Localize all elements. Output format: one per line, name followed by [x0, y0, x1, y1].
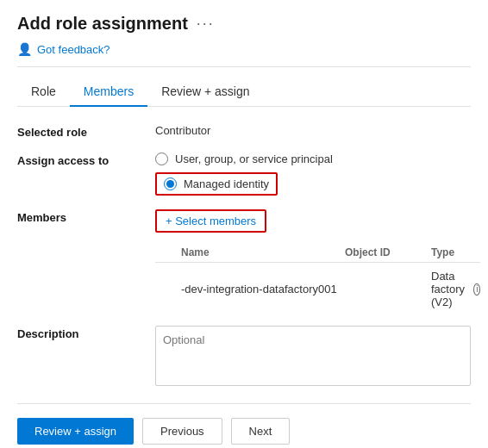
radio-user-group-label: User, group, or service principal — [175, 152, 333, 165]
selected-role-label: Selected role — [17, 124, 155, 139]
ellipsis-menu-icon[interactable]: ··· — [197, 15, 215, 33]
col-header-type: Type — [431, 246, 480, 258]
members-table-header: Name Object ID Type — [155, 243, 480, 263]
cell-name: -dev-integration-datafactory001 — [155, 283, 345, 296]
page-title: Add role assignment — [17, 14, 188, 34]
select-members-button[interactable]: + Select members — [155, 209, 266, 233]
col-header-name: Name — [155, 246, 345, 258]
tab-review-assign[interactable]: Review + assign — [147, 78, 263, 107]
tab-members[interactable]: Members — [70, 78, 147, 107]
col-header-objectid: Object ID — [345, 246, 431, 258]
cell-type-text: Data factory (V2) — [431, 270, 470, 308]
assign-access-label: Assign access to — [17, 152, 155, 167]
radio-user-group-input[interactable] — [155, 152, 168, 165]
assign-access-row: Assign access to User, group, or service… — [17, 152, 471, 196]
description-textarea[interactable] — [155, 326, 471, 386]
tab-role[interactable]: Role — [17, 78, 70, 107]
assign-access-value: User, group, or service principal Manage… — [155, 152, 471, 196]
description-label: Description — [17, 326, 155, 340]
tabs-container: Role Members Review + assign — [17, 78, 471, 107]
selected-role-value: Contributor — [155, 124, 471, 137]
next-button[interactable]: Next — [231, 418, 291, 445]
cell-type: Data factory (V2) i — [431, 270, 480, 308]
feedback-text: Got feedback? — [37, 43, 110, 56]
info-icon[interactable]: i — [473, 283, 480, 296]
members-value: + Select members Name Object ID Type -de… — [155, 209, 480, 312]
previous-button[interactable]: Previous — [142, 418, 222, 445]
selected-role-row: Selected role Contributor — [17, 124, 471, 139]
table-row: -dev-integration-datafactory001 Data fac… — [155, 266, 480, 312]
feedback-icon: 👤 — [17, 42, 32, 56]
radio-managed-identity[interactable]: Managed identity — [155, 172, 278, 196]
members-row: Members + Select members Name Object ID … — [17, 209, 471, 312]
radio-user-group[interactable]: User, group, or service principal — [155, 152, 471, 165]
feedback-link[interactable]: 👤 Got feedback? — [17, 42, 471, 56]
radio-group: User, group, or service principal Manage… — [155, 152, 471, 196]
footer-buttons: Review + assign Previous Next — [17, 418, 471, 445]
footer-divider — [17, 403, 471, 404]
radio-managed-identity-input[interactable] — [164, 177, 177, 190]
radio-managed-identity-label: Managed identity — [184, 177, 269, 190]
members-label: Members — [17, 209, 155, 224]
members-table: Name Object ID Type -dev-integration-dat… — [155, 243, 480, 312]
description-row: Description — [17, 326, 471, 386]
header-divider — [17, 66, 471, 67]
review-assign-button[interactable]: Review + assign — [17, 418, 134, 445]
